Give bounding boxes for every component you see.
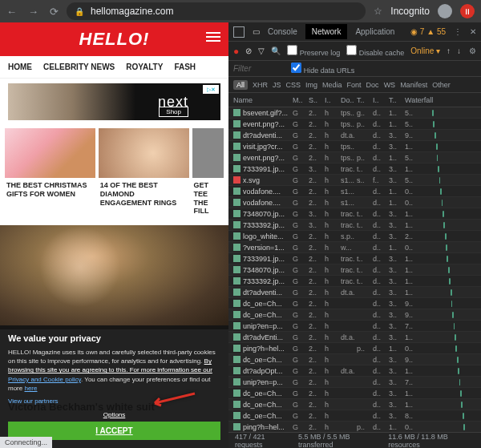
request-row[interactable]: dt?adpOpt...G2..hdt.a..d..3..1.. — [228, 365, 481, 377]
col-name[interactable]: Name — [233, 96, 291, 104]
banner-ad[interactable]: next Shop ▷✕ — [8, 83, 220, 120]
settings-icon[interactable]: ⚙ — [469, 46, 476, 55]
request-row[interactable]: dc_oe=Ch...G2..hd..3..9.. — [228, 309, 481, 321]
nav-item[interactable]: HOME — [8, 63, 32, 71]
inspect-icon[interactable] — [233, 26, 245, 38]
card-title: GET TEE THE FILL — [192, 178, 224, 219]
request-row[interactable]: ?version=1...G2..hw...d..1..0.. — [228, 242, 481, 253]
options-link[interactable]: Options — [8, 411, 220, 418]
nav-item[interactable]: FASH — [174, 63, 196, 71]
request-row[interactable]: vodafone....G2..hs1...d..1..0.. — [228, 186, 481, 197]
request-row[interactable]: logo_white...G2..hs.p..d..3..2.. — [228, 231, 481, 242]
request-row[interactable]: ping?h=hel...G2..hp..d..1..0.. — [228, 343, 481, 354]
nav-item[interactable]: CELEBRITY NEWS — [43, 63, 115, 71]
kebab-icon[interactable]: ⋮ — [454, 27, 462, 36]
site-logo[interactable]: HELLO! — [79, 29, 150, 50]
request-row[interactable]: dc_oe=Ch...G2..hd..3..1.. — [228, 388, 481, 399]
pause-icon[interactable]: ⏸ — [460, 4, 475, 18]
request-row[interactable]: 7333392.jp...G2..htrac..t..d..3..1.. — [228, 276, 481, 287]
download-icon[interactable]: ↓ — [457, 46, 461, 55]
tab-console[interactable]: Console — [268, 27, 297, 36]
menu-icon[interactable] — [206, 32, 220, 42]
filter-input[interactable]: Filter — [233, 64, 251, 73]
nav-item[interactable]: ROYALTY — [126, 63, 163, 71]
tab-network[interactable]: Network — [305, 24, 348, 39]
clear-icon[interactable]: ⊘ — [245, 46, 252, 55]
request-row[interactable]: 7333392.jp...G3..htrac..t..d..3..1.. — [228, 220, 481, 231]
forward-icon[interactable]: → — [28, 6, 38, 18]
filter-row: Filter Hide data URLs — [228, 61, 481, 77]
filter-all[interactable]: All — [233, 80, 248, 90]
hero-image[interactable] — [0, 225, 228, 329]
request-row[interactable]: 7348070.jp...G2..htrac..t..d..3..1.. — [228, 264, 481, 276]
article-card[interactable]: 14 OF THE BEST DIAMOND ENGAGEMENT RINGS — [99, 128, 189, 219]
filter-other[interactable]: Other — [432, 81, 451, 89]
article-card[interactable]: THE BEST CHRISTMAS GIFTS FOR WOMEN — [5, 128, 95, 219]
request-row[interactable]: dt?adventi...G2..hdt.a..d..3..1.. — [228, 287, 481, 298]
consent-body: HELLO! Magazine uses its own and careful… — [8, 348, 220, 393]
filter-css[interactable]: CSS — [286, 81, 301, 89]
request-name: dc_oe=Ch... — [233, 412, 291, 420]
request-row[interactable]: unip?en=p...G2..hd..3..7.. — [228, 321, 481, 332]
file-icon — [233, 188, 240, 195]
filter-manifest[interactable]: Manifest — [400, 81, 427, 89]
back-icon[interactable]: ← — [6, 6, 17, 18]
request-row[interactable]: event.png?...G2..htps..p..d..1..5.. — [228, 152, 481, 163]
file-icon — [233, 255, 240, 262]
disable-cache-checkbox[interactable]: Disable cache — [346, 45, 404, 57]
request-row[interactable]: dc_oe=Ch...G2..hd..3..8.. — [228, 410, 481, 422]
request-row[interactable]: 7348070.jp...G3..htrac..t..d..3..1.. — [228, 208, 481, 220]
reload-icon[interactable]: ⟳ — [50, 6, 59, 18]
request-row[interactable]: 7333991.jp...G2..htrac..t..d..3..1.. — [228, 253, 481, 264]
network-status: 417 / 421 requests 5.5 MB / 5.5 MB trans… — [228, 432, 481, 448]
request-row[interactable]: unip?en=p...G2..hd..3..7.. — [228, 377, 481, 388]
request-row[interactable]: dt?adventi...G2..hdt.a..d..3..9.. — [228, 130, 481, 141]
request-row[interactable]: bsevent.gif?...G2..htps..g..d..1..5.. — [228, 107, 481, 119]
request-row[interactable]: 7333991.jp...G3..htrac..t..d..3..1.. — [228, 163, 481, 175]
request-row[interactable]: dc_oe=Ch...G2..hd..3..9.. — [228, 354, 481, 365]
request-row[interactable]: dt?advEnti...G2..hdt.a..d..3..1.. — [228, 332, 481, 343]
request-list[interactable]: bsevent.gif?...G2..htps..g..d..1..5..eve… — [228, 107, 481, 432]
error-badge[interactable]: ◉ 7 ▲ 55 — [410, 27, 446, 36]
waterfall-cell — [421, 163, 476, 174]
request-name: unip?en=p... — [233, 378, 291, 386]
device-toggle-icon[interactable]: ▭ — [253, 27, 260, 36]
ad-cta[interactable]: Shop — [159, 107, 188, 117]
filter-icon[interactable]: ▽ — [258, 46, 265, 55]
preserve-log-checkbox[interactable]: Preserve log — [287, 45, 340, 57]
search-icon[interactable]: 🔍 — [271, 46, 281, 55]
profile-icon[interactable] — [438, 4, 452, 18]
hide-data-urls-checkbox[interactable]: Hide data URLs — [291, 63, 354, 75]
request-row[interactable]: ping?h=hel...G2..hp..d..1..0.. — [228, 422, 481, 432]
policy-link[interactable]: Privacy and Cookie policy — [8, 376, 81, 383]
request-row[interactable]: x.svgG2..hs1...s..f..3..5.. — [228, 175, 481, 186]
adchoices-icon[interactable]: ▷✕ — [203, 85, 219, 94]
record-icon[interactable]: ● — [233, 46, 239, 57]
article-card[interactable]: GET TEE THE FILL — [192, 128, 224, 219]
throttle-select[interactable]: Online ▾ — [410, 46, 440, 55]
here-link[interactable]: here — [24, 385, 37, 392]
tab-application[interactable]: Application — [355, 27, 394, 36]
partners-link[interactable]: View our partners — [8, 398, 59, 405]
file-icon — [233, 289, 240, 296]
request-row[interactable]: dc_oe=Ch...G2..hd..3..1.. — [228, 399, 481, 410]
close-icon[interactable]: ✕ — [470, 27, 476, 36]
filter-doc[interactable]: Doc — [366, 81, 379, 89]
request-name: dc_oe=Ch... — [233, 356, 291, 364]
col-waterfall[interactable]: Waterfall — [405, 96, 476, 104]
filter-xhr[interactable]: XHR — [253, 81, 268, 89]
file-icon — [233, 165, 240, 172]
site-nav: HOME CELEBRITY NEWS ROYALTY FASH — [0, 56, 228, 79]
star-icon[interactable]: ☆ — [374, 6, 382, 17]
filter-img[interactable]: Img — [305, 81, 317, 89]
request-row[interactable]: event.png?...G2..htps..p..d..1..5.. — [228, 119, 481, 130]
request-row[interactable]: vodafone....G2..hs1...d..1..0.. — [228, 197, 481, 208]
filter-font[interactable]: Font — [347, 81, 362, 89]
request-row[interactable]: visit.jpg?cr...G2..htps..d..3..1.. — [228, 141, 481, 152]
address-bar[interactable]: 🔒 hellomagazine.com — [67, 2, 366, 20]
filter-js[interactable]: JS — [273, 81, 281, 89]
filter-media[interactable]: Media — [322, 81, 342, 89]
request-row[interactable]: dc_oe=Ch...G2..hd..3..9.. — [228, 298, 481, 309]
filter-ws[interactable]: WS — [384, 81, 396, 89]
upload-icon[interactable]: ↑ — [447, 46, 451, 55]
